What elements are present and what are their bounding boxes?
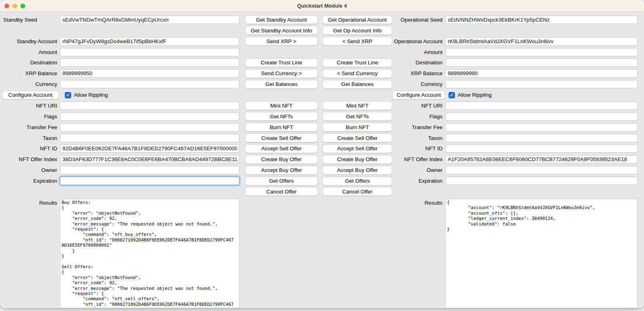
operational-seed-label: Operational Seed	[392, 17, 445, 23]
standby-transfer-fee-label: Transfer Fee	[2, 124, 60, 130]
operational-allow-rippling-label: Allow Rippling	[458, 92, 492, 98]
standby-accept-buy-offer-button[interactable]: Accept Buy Offer	[245, 166, 318, 175]
operational-results-label: Results	[392, 200, 443, 206]
standby-seed-label: Standby Seed	[2, 17, 60, 23]
send-currency-left-button[interactable]: < Send Currency	[323, 69, 392, 78]
standby-results-textarea[interactable]: Buy Offers: { "error": "objectNotFound",…	[60, 199, 239, 308]
standby-get-nfts-button[interactable]: Get NFTs	[245, 112, 318, 121]
send-xrp-left-button[interactable]: < Send XRP	[323, 37, 392, 46]
operational-configure-account-button[interactable]: Configure Account	[392, 91, 445, 100]
standby-get-offers-button[interactable]: Get Offers	[245, 177, 318, 185]
operational-owner-input[interactable]	[445, 166, 638, 174]
standby-owner-label: Owner	[2, 167, 60, 173]
standby-create-sell-offer-button[interactable]: Create Sell Offer	[245, 134, 318, 142]
operational-transfer-fee-input[interactable]	[445, 123, 638, 132]
operational-create-sell-offer-button[interactable]: Create Sell Offer	[323, 134, 392, 142]
operational-xrp-balance-input[interactable]	[445, 69, 638, 78]
standby-account-label: Standby Account	[2, 38, 60, 44]
operational-create-trust-line-button[interactable]: Create Trust Line	[323, 58, 392, 67]
standby-account-input[interactable]	[60, 37, 239, 46]
standby-nft-uri-label: NFT URI	[2, 103, 60, 109]
title-bar: Quickstart Module 4	[0, 0, 644, 12]
operational-account-label: Operational Account	[392, 38, 445, 44]
operational-flags-input[interactable]	[445, 112, 638, 121]
operational-nft-offer-index-label: NFT Offer Index	[392, 156, 445, 162]
operational-get-nfts-button[interactable]: Get NFTs	[323, 112, 392, 121]
standby-destination-input[interactable]	[60, 58, 239, 67]
standby-nft-offer-index-label: NFT Offer Index	[2, 156, 60, 162]
send-xrp-right-button[interactable]: Send XRP >	[245, 37, 318, 46]
operational-currency-label: Currency	[392, 81, 445, 87]
minimize-window-button[interactable]	[12, 4, 17, 8]
close-window-button[interactable]	[4, 4, 9, 8]
get-standby-account-info-button[interactable]: Get Standby Account Info	[245, 26, 318, 35]
standby-currency-input[interactable]	[60, 80, 239, 88]
operational-allow-rippling-checkbox[interactable]	[449, 92, 455, 98]
operational-currency-input[interactable]	[445, 80, 638, 88]
operational-transfer-fee-label: Transfer Fee	[392, 124, 445, 130]
standby-amount-label: Amount	[2, 49, 60, 55]
operational-xrp-balance-label: XRP Balance	[392, 70, 445, 76]
operational-results-textarea[interactable]: { "account": "rK9LBRhStdmtAaVdJXGVF1LnKW…	[445, 199, 638, 308]
standby-flags-label: Flags	[2, 114, 60, 120]
operational-nft-offer-index-input[interactable]	[445, 155, 638, 163]
operational-get-balances-button[interactable]: Get Balances	[323, 80, 392, 89]
form-grid: Standby Seed Get Standby Account Get Ope…	[2, 14, 638, 197]
standby-xrp-balance-input[interactable]	[60, 69, 239, 78]
standby-mint-nft-button[interactable]: Mint NFT	[245, 101, 318, 110]
standby-get-balances-button[interactable]: Get Balances	[245, 80, 318, 89]
standby-allow-rippling-label: Allow Rippling	[74, 92, 108, 98]
operational-mint-nft-button[interactable]: Mint NFT	[323, 101, 392, 110]
operational-seed-input[interactable]	[445, 16, 638, 24]
app-window: Quickstart Module 4 Standby Seed Get Sta…	[0, 0, 644, 308]
operational-burn-nft-button[interactable]: Burn NFT	[323, 123, 392, 132]
standby-amount-input[interactable]	[60, 48, 239, 56]
operational-nft-uri-input[interactable]	[445, 102, 638, 110]
operational-nft-id-input[interactable]	[445, 144, 638, 153]
operational-expiration-input[interactable]	[445, 177, 638, 185]
standby-nft-offer-index-input[interactable]	[60, 155, 239, 163]
standby-taxon-label: Taxon	[2, 135, 60, 141]
get-op-account-info-button[interactable]: Get Op Account Info	[323, 26, 392, 35]
standby-create-trust-line-button[interactable]: Create Trust Line	[245, 58, 318, 67]
standby-currency-label: Currency	[2, 81, 60, 87]
operational-get-offers-button[interactable]: Get Offers	[323, 177, 392, 185]
operational-taxon-input[interactable]	[445, 134, 638, 142]
standby-results-label: Results	[2, 200, 57, 206]
get-standby-account-button[interactable]: Get Standby Account	[245, 15, 318, 24]
standby-nft-uri-input[interactable]	[60, 102, 239, 110]
operational-amount-input[interactable]	[445, 48, 638, 56]
standby-transfer-fee-input[interactable]	[60, 123, 239, 132]
operational-owner-label: Owner	[392, 167, 445, 173]
standby-configure-account-button[interactable]: Configure Account	[2, 91, 59, 100]
standby-expiration-input[interactable]	[60, 177, 239, 185]
fullscreen-window-button[interactable]	[20, 4, 25, 8]
standby-destination-label: Destination	[2, 60, 60, 66]
operational-accept-sell-offer-button[interactable]: Accept Sell Offer	[323, 144, 392, 153]
standby-nft-id-input[interactable]	[60, 144, 239, 153]
standby-burn-nft-button[interactable]: Burn NFT	[245, 123, 318, 132]
standby-seed-input[interactable]	[60, 16, 239, 24]
operational-accept-buy-offer-button[interactable]: Accept Buy Offer	[323, 166, 392, 175]
operational-destination-label: Destination	[392, 60, 445, 66]
operational-expiration-label: Expiration	[392, 178, 445, 184]
standby-cancel-offer-button[interactable]: Cancel Offer	[245, 187, 318, 196]
operational-amount-label: Amount	[392, 49, 445, 55]
operational-account-input[interactable]	[445, 37, 638, 46]
send-currency-right-button[interactable]: Send Currency >	[245, 69, 318, 78]
standby-taxon-input[interactable]	[60, 134, 239, 142]
standby-create-buy-offer-button[interactable]: Create Buy Offer	[245, 155, 318, 164]
get-operational-account-button[interactable]: Get Operational Account	[323, 15, 392, 24]
standby-accept-sell-offer-button[interactable]: Accept Sell Offer	[245, 144, 318, 153]
standby-allow-rippling-checkbox[interactable]	[65, 92, 71, 98]
standby-expiration-label: Expiration	[2, 178, 60, 184]
operational-nft-uri-label: NFT URI	[392, 103, 445, 109]
operational-cancel-offer-button[interactable]: Cancel Offer	[323, 187, 392, 196]
operational-create-buy-offer-button[interactable]: Create Buy Offer	[323, 155, 392, 164]
standby-flags-input[interactable]	[60, 112, 239, 121]
standby-xrp-balance-label: XRP Balance	[2, 70, 60, 76]
operational-destination-input[interactable]	[445, 58, 638, 67]
window-title: Quickstart Module 4	[297, 3, 347, 9]
operational-taxon-label: Taxon	[392, 135, 445, 141]
standby-owner-input[interactable]	[60, 166, 239, 174]
